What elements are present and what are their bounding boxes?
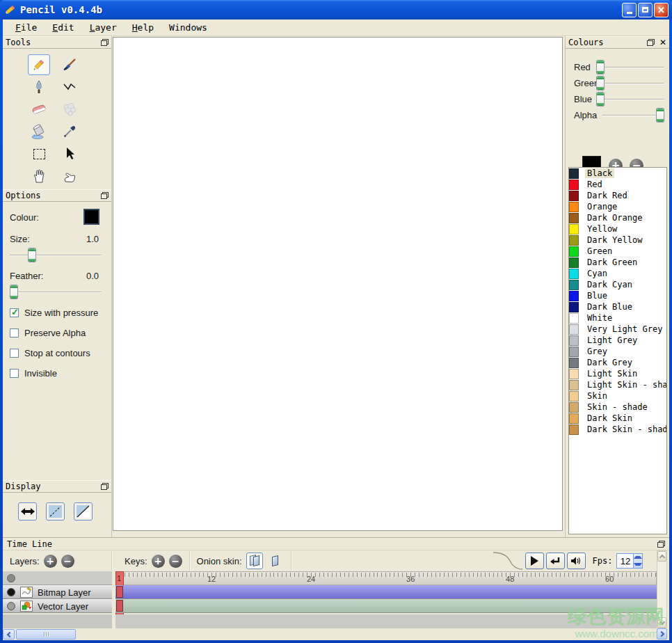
palette-item-dark-green[interactable]: Dark Green bbox=[569, 257, 666, 268]
select-tool-button[interactable] bbox=[28, 143, 50, 164]
visibility-dot-vector[interactable] bbox=[7, 602, 15, 610]
colours-panel-titlebar[interactable]: Colours ✕ bbox=[566, 36, 669, 49]
close-panel-icon[interactable]: ✕ bbox=[659, 38, 666, 47]
display-panel-titlebar[interactable]: Display bbox=[3, 480, 111, 493]
checkbox-box[interactable] bbox=[10, 349, 19, 358]
menu-windows[interactable]: Windows bbox=[162, 21, 214, 34]
visibility-toggle-all[interactable] bbox=[7, 574, 15, 582]
tools-panel-titlebar[interactable]: Tools bbox=[3, 36, 111, 49]
blue-slider-track[interactable] bbox=[596, 99, 664, 100]
visibility-dot-bitmap[interactable] bbox=[7, 588, 15, 596]
bitmap-layer-row[interactable]: Bitmap Layer bbox=[3, 585, 112, 599]
overlay-view-button[interactable] bbox=[46, 502, 65, 521]
alpha-slider-handle[interactable] bbox=[656, 108, 664, 122]
feather-slider-track[interactable] bbox=[10, 292, 101, 293]
palette-item-skin[interactable]: Skin bbox=[569, 390, 666, 402]
eyedropper-tool-button[interactable] bbox=[58, 121, 81, 142]
palette-item-grey[interactable]: Grey bbox=[569, 346, 666, 357]
size-slider[interactable] bbox=[10, 248, 101, 263]
vector-layer-track[interactable] bbox=[115, 599, 657, 613]
fps-down-button[interactable] bbox=[634, 561, 642, 568]
menu-layer[interactable]: Layer bbox=[83, 21, 124, 34]
palette-item-dark-orange[interactable]: Dark Orange bbox=[569, 212, 666, 223]
red-slider-handle[interactable] bbox=[596, 60, 605, 74]
scroll-right-button[interactable] bbox=[657, 628, 667, 640]
fps-spinbox[interactable]: 12 bbox=[616, 553, 643, 569]
palette-item-cyan[interactable]: Cyan bbox=[569, 268, 666, 279]
red-slider-track[interactable] bbox=[596, 67, 664, 68]
keyframe-cell[interactable] bbox=[116, 586, 123, 598]
palette-item-green[interactable]: Green bbox=[569, 246, 666, 257]
palette-item-black[interactable]: Black bbox=[569, 168, 666, 179]
onion-prev-button[interactable] bbox=[246, 553, 263, 569]
pencil-tool-button[interactable] bbox=[28, 54, 50, 75]
checkbox-box[interactable] bbox=[10, 328, 19, 338]
timeline-vertical-scrollbar[interactable] bbox=[657, 550, 667, 628]
bucket-tool-button[interactable] bbox=[28, 121, 50, 142]
blue-slider[interactable]: Blue bbox=[566, 92, 670, 107]
scroll-down-button[interactable] bbox=[657, 617, 666, 628]
options-panel-titlebar[interactable]: Options bbox=[3, 189, 111, 202]
play-button[interactable] bbox=[525, 553, 544, 569]
timeline-titlebar[interactable]: Time Line bbox=[3, 538, 669, 550]
green-slider[interactable]: Green bbox=[566, 76, 670, 91]
pen-tool-button[interactable] bbox=[28, 77, 50, 97]
palette-item-light-grey[interactable]: Light Grey bbox=[569, 335, 666, 346]
feather-slider[interactable] bbox=[10, 285, 101, 300]
keyframe-cell[interactable] bbox=[116, 600, 123, 612]
menu-file[interactable]: File bbox=[8, 21, 44, 34]
palette-item-yellow[interactable]: Yellow bbox=[569, 223, 666, 235]
float-panel-icon[interactable] bbox=[647, 39, 655, 46]
palette-item-light-skin-shade[interactable]: Light Skin - shade bbox=[569, 379, 666, 390]
preserve-alpha-checkbox[interactable]: Preserve Alpha bbox=[10, 327, 86, 338]
blue-slider-handle[interactable] bbox=[596, 92, 605, 106]
drawing-canvas[interactable] bbox=[113, 37, 563, 531]
size-slider-handle[interactable] bbox=[28, 248, 36, 262]
green-slider-track[interactable] bbox=[596, 83, 664, 84]
palette-item-dark-cyan[interactable]: Dark Cyan bbox=[569, 279, 666, 290]
flip-horizontal-button[interactable] bbox=[18, 502, 37, 521]
title-bar[interactable]: Pencil v0.4.4b ✕ bbox=[0, 0, 672, 19]
current-colour-swatch[interactable] bbox=[83, 209, 99, 225]
feather-slider-handle[interactable] bbox=[10, 285, 18, 299]
fps-up-button[interactable] bbox=[634, 554, 642, 561]
minimize-button[interactable] bbox=[622, 3, 637, 17]
palette-item-dark-grey[interactable]: Dark Grey bbox=[569, 357, 666, 368]
fps-value[interactable]: 12 bbox=[617, 554, 633, 568]
palette-item-dark-yellow[interactable]: Dark Yellow bbox=[569, 235, 666, 246]
float-panel-icon[interactable] bbox=[101, 39, 109, 46]
palette-item-dark-skin[interactable]: Dark Skin bbox=[569, 413, 666, 424]
timeline-horizontal-scrollbar[interactable] bbox=[3, 628, 669, 640]
scroll-left-button[interactable] bbox=[3, 629, 15, 640]
finger-smudge-tool-button[interactable] bbox=[58, 166, 81, 186]
menu-help[interactable]: Help bbox=[125, 21, 161, 34]
brush-tool-button[interactable] bbox=[58, 54, 81, 75]
green-slider-handle[interactable] bbox=[596, 76, 605, 90]
palette-item-very-light-grey[interactable]: Very Light Grey bbox=[569, 324, 666, 335]
menu-edit[interactable]: Edit bbox=[45, 21, 81, 34]
palette-item-orange[interactable]: Orange bbox=[569, 201, 666, 212]
split-view-button[interactable] bbox=[74, 502, 93, 521]
size-slider-track[interactable] bbox=[10, 255, 101, 256]
polyline-tool-button[interactable] bbox=[58, 77, 81, 97]
scroll-up-button[interactable] bbox=[657, 551, 666, 562]
palette-item-skin-shade[interactable]: Skin - shade bbox=[569, 402, 666, 413]
add-layer-button[interactable]: + bbox=[44, 555, 57, 568]
add-key-button[interactable]: + bbox=[152, 555, 165, 568]
timeline-ruler[interactable]: 1224364860 bbox=[115, 571, 657, 585]
remove-layer-button[interactable]: − bbox=[61, 555, 74, 568]
alpha-slider[interactable]: Alpha bbox=[566, 108, 670, 123]
palette-item-dark-skin-shade[interactable]: Dark Skin - shade bbox=[569, 424, 666, 435]
close-button[interactable]: ✕ bbox=[654, 3, 669, 17]
palette-item-dark-red[interactable]: Dark Red bbox=[569, 190, 666, 201]
sound-button[interactable] bbox=[567, 553, 586, 569]
move-tool-button[interactable] bbox=[58, 143, 81, 164]
palette-item-dark-blue[interactable]: Dark Blue bbox=[569, 301, 666, 312]
eraser-tool-button[interactable] bbox=[28, 99, 50, 120]
invisible-checkbox[interactable]: Invisible bbox=[10, 367, 57, 379]
size-with-pressure-checkbox[interactable]: Size with pressure bbox=[10, 307, 98, 318]
loop-button[interactable] bbox=[546, 553, 565, 569]
stop-at-contours-checkbox[interactable]: Stop at contours bbox=[10, 347, 90, 358]
smudge-tool-button[interactable] bbox=[58, 99, 81, 120]
red-slider[interactable]: Red bbox=[566, 60, 670, 75]
